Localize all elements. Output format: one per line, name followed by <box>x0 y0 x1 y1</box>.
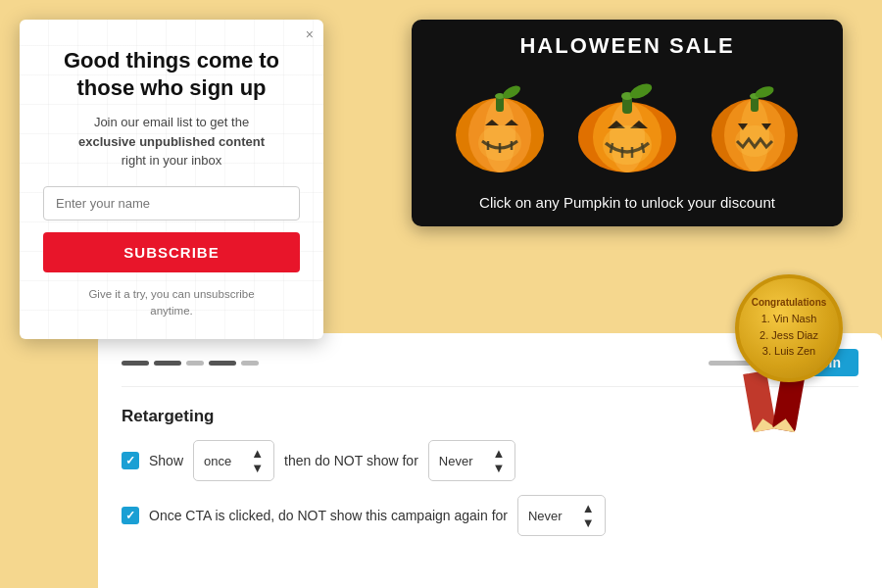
name-input[interactable] <box>43 186 300 220</box>
duration-select-value: Never <box>439 454 473 468</box>
arrow-up-icon: ▲ <box>251 447 264 460</box>
then-label: then do NOT show for <box>284 453 418 468</box>
halloween-title: HALOWEEN SALE <box>412 20 843 67</box>
toolbar-dot-1 <box>122 361 149 366</box>
badge-congrats: Congratulations <box>752 297 827 308</box>
arrow-down-icon-3: ▼ <box>582 516 595 529</box>
pumpkin-2[interactable] <box>568 67 686 174</box>
retargeting-row-2: Once CTA is clicked, do NOT show this ca… <box>122 495 858 536</box>
toolbar-dot-4 <box>209 361 236 366</box>
popup-title: Good things come to those who sign up <box>43 47 300 101</box>
arrow-down-icon-2: ▼ <box>493 462 506 474</box>
frequency-select[interactable]: once ▲ ▼ <box>193 440 274 481</box>
badge-name-3: 3. Luis Zen <box>762 343 815 360</box>
duration-select[interactable]: Never ▲ ▼ <box>428 440 516 481</box>
toolbar-dot-3 <box>186 361 204 366</box>
frequency-select-arrows: ▲ ▼ <box>251 447 264 474</box>
arrow-down-icon: ▼ <box>251 462 264 474</box>
pumpkin-1[interactable] <box>441 67 559 174</box>
close-button[interactable]: × <box>306 27 314 41</box>
svg-point-11 <box>478 125 521 161</box>
frequency-select-value: once <box>204 454 231 468</box>
show-checkbox[interactable] <box>122 452 139 469</box>
arrow-up-icon-2: ▲ <box>493 447 506 460</box>
cta-duration-select[interactable]: Never ▲ ▼ <box>517 495 606 536</box>
cta-duration-select-arrows: ▲ ▼ <box>582 502 595 529</box>
cta-clicked-checkbox[interactable] <box>122 507 139 524</box>
cta-clicked-label: Once CTA is clicked, do NOT show this ca… <box>149 508 508 523</box>
pumpkins-row <box>412 67 843 184</box>
badge-circle: Congratulations 1. Vin Nash 2. Jess Diaz… <box>735 274 843 382</box>
toolbar-dot-2 <box>154 361 181 366</box>
cta-duration-select-value: Never <box>528 509 563 523</box>
badge-name-2: 2. Jess Diaz <box>760 327 818 344</box>
popup-subtitle: Join our email list to get the exclusive… <box>43 113 300 171</box>
arrow-up-icon-3: ▲ <box>582 502 595 514</box>
toolbar-dots <box>122 361 259 366</box>
halloween-cta-text: Click on any Pumpkin to unlock your disc… <box>412 184 843 226</box>
halloween-banner: HALOWEEN SALE <box>412 20 843 226</box>
badge-name-1: 1. Vin Nash <box>761 311 817 327</box>
subscribe-button[interactable]: SUBSCRIBE <box>43 232 300 272</box>
leaderboard-badge: Congratulations 1. Vin Nash 2. Jess Diaz… <box>725 274 853 431</box>
svg-point-33 <box>735 125 774 157</box>
toolbar-dot-5 <box>241 361 259 366</box>
pumpkin-3[interactable] <box>696 67 813 174</box>
unsubscribe-note: Give it a try, you can unsubscribe anyti… <box>43 286 300 320</box>
retargeting-row-1: Show once ▲ ▼ then do NOT show for Never… <box>122 440 858 481</box>
show-label: Show <box>149 453 183 468</box>
signup-popup: × Good things come to those who sign up … <box>20 20 323 339</box>
ribbon-left <box>743 370 776 432</box>
svg-point-24 <box>603 125 652 165</box>
duration-select-arrows: ▲ ▼ <box>493 447 506 474</box>
